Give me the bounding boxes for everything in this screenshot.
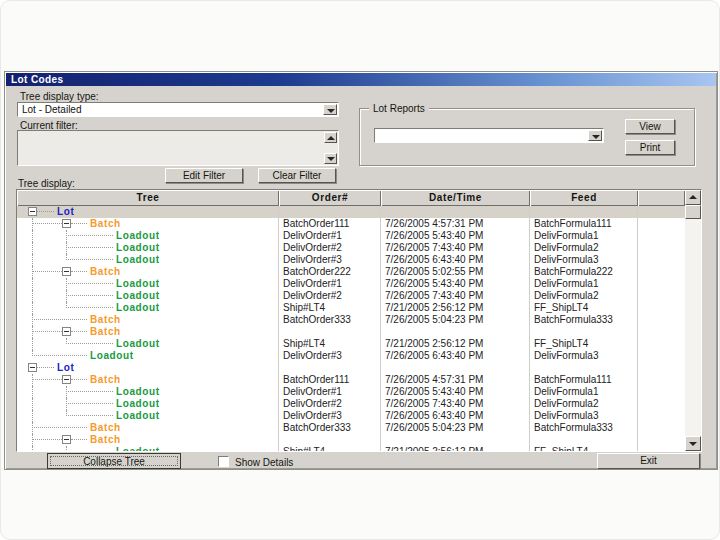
datetime-cell xyxy=(381,434,530,446)
tree-node-cell: LoadoutLT3 xyxy=(17,254,279,266)
collapse-node-icon[interactable] xyxy=(28,363,37,372)
tree-node-label: Batch444 xyxy=(90,434,121,446)
tree-row[interactable]: LotCC1 xyxy=(17,206,685,218)
tree-node-cell: Batch111 xyxy=(17,218,279,230)
order-cell xyxy=(279,362,381,374)
tree-node-label: Batch444 xyxy=(90,326,121,338)
tree-display-type-label: Tree display type: xyxy=(20,91,99,102)
datetime-cell: 7/26/2005 5:04:23 PM xyxy=(381,314,530,326)
tree-row[interactable]: Batch111BatchOrder1117/26/2005 4:57:31 P… xyxy=(17,218,685,230)
tree-node-label: LoadoutLT3 xyxy=(90,350,134,362)
filler-cell xyxy=(638,230,685,242)
datetime-cell: 7/26/2005 7:43:40 PM xyxy=(381,242,530,254)
collapse-node-icon[interactable] xyxy=(62,435,71,444)
edit-filter-button[interactable]: Edit Filter xyxy=(165,168,243,183)
datetime-cell: 7/26/2005 4:57:31 PM xyxy=(381,374,530,386)
filler-cell xyxy=(638,446,685,451)
tree-row[interactable]: LoadoutLT2DelivOrder#27/26/2005 7:43:40 … xyxy=(17,290,685,302)
tree-node-cell: LoadoutLT1 xyxy=(17,230,279,242)
tree-row[interactable]: Batch333BatchOrder3337/26/2005 5:04:23 P… xyxy=(17,314,685,326)
feed-cell: FF_ShipLT4 xyxy=(530,338,638,350)
collapse-node-icon[interactable] xyxy=(28,207,37,216)
scroll-up-icon[interactable] xyxy=(685,190,701,205)
scroll-down-icon[interactable] xyxy=(324,153,337,164)
column-header-datetime[interactable]: Date/Time xyxy=(381,190,530,206)
column-header-feed[interactable]: Feed xyxy=(530,190,638,206)
tree-node-label: Batch333 xyxy=(90,314,121,326)
order-cell: DelivOrder#2 xyxy=(279,242,381,254)
order-cell: BatchOrder222 xyxy=(279,266,381,278)
tree-row[interactable]: LoadoutLT3DelivOrder#37/26/2005 6:43:40 … xyxy=(17,410,685,422)
feed-cell: FF_ShipLT4 xyxy=(530,302,638,314)
chevron-down-icon[interactable] xyxy=(323,104,337,115)
tree-node-cell: LoadoutLT4 xyxy=(17,302,279,314)
order-cell: DelivOrder#3 xyxy=(279,350,381,362)
filler-cell xyxy=(638,254,685,266)
tree-row[interactable]: Batch444 xyxy=(17,326,685,338)
tree-row[interactable]: LoadoutLT2DelivOrder#27/26/2005 7:43:40 … xyxy=(17,242,685,254)
tree-node-label: LoadoutLT3 xyxy=(116,410,160,422)
datetime-cell: 7/26/2005 7:43:40 PM xyxy=(381,398,530,410)
tree-node-label: LoadoutLT1 xyxy=(116,230,160,242)
tree-row[interactable]: Batch333BatchOrder3337/26/2005 5:04:23 P… xyxy=(17,422,685,434)
clear-filter-button[interactable]: Clear Filter xyxy=(258,168,336,183)
tree-row[interactable]: Batch111BatchOrder1117/26/2005 4:57:31 P… xyxy=(17,374,685,386)
order-cell: BatchOrder111 xyxy=(279,374,381,386)
collapse-tree-button[interactable]: Collapse Tree xyxy=(47,453,181,469)
feed-cell: DelivFormula2 xyxy=(530,242,638,254)
exit-button[interactable]: Exit xyxy=(597,453,700,469)
tree-row[interactable]: LotCC2 xyxy=(17,362,685,374)
collapse-node-icon[interactable] xyxy=(62,267,71,276)
filler-cell xyxy=(638,290,685,302)
view-button[interactable]: View xyxy=(625,119,675,134)
filler-cell xyxy=(638,266,685,278)
datetime-cell: 7/26/2005 4:57:31 PM xyxy=(381,218,530,230)
screenshot-background: Lot Codes Tree display type: Lot - Detai… xyxy=(0,0,720,540)
tree-row[interactable]: Batch444 xyxy=(17,434,685,446)
chevron-down-icon[interactable] xyxy=(588,130,602,141)
filler-cell xyxy=(638,278,685,290)
tree-display-type-value: Lot - Detailed xyxy=(22,104,81,115)
filler-cell xyxy=(638,242,685,254)
scrollbar-thumb[interactable] xyxy=(685,205,701,219)
column-header-tree[interactable]: Tree xyxy=(17,190,279,206)
filler-cell xyxy=(638,386,685,398)
tree-table-scrollbar[interactable] xyxy=(685,190,701,451)
filler-cell xyxy=(638,398,685,410)
feed-cell xyxy=(530,434,638,446)
datetime-cell: 7/26/2005 5:02:55 PM xyxy=(381,266,530,278)
tree-row[interactable]: LoadoutLT4Ship#LT47/21/2005 2:56:12 PMFF… xyxy=(17,338,685,350)
lot-reports-select[interactable] xyxy=(374,128,604,143)
tree-row[interactable]: LoadoutLT1DelivOrder#17/26/2005 5:43:40 … xyxy=(17,278,685,290)
feed-cell xyxy=(530,326,638,338)
tree-display-type-select[interactable]: Lot - Detailed xyxy=(17,102,339,117)
tree-row[interactable]: LoadoutLT3DelivOrder#37/26/2005 6:43:40 … xyxy=(17,254,685,266)
collapse-node-icon[interactable] xyxy=(62,327,71,336)
feed-cell: BatchFormula111 xyxy=(530,218,638,230)
window-titlebar[interactable]: Lot Codes xyxy=(6,73,716,86)
datetime-cell: 7/21/2005 2:56:12 PM xyxy=(381,446,530,451)
order-cell: DelivOrder#2 xyxy=(279,290,381,302)
feed-cell: DelivFormula2 xyxy=(530,290,638,302)
order-cell: DelivOrder#3 xyxy=(279,410,381,422)
current-filter-textbox[interactable] xyxy=(17,130,339,166)
tree-row[interactable]: LoadoutLT1DelivOrder#17/26/2005 5:43:40 … xyxy=(17,386,685,398)
tree-row[interactable]: Batch222BatchOrder2227/26/2005 5:02:55 P… xyxy=(17,266,685,278)
datetime-cell xyxy=(381,362,530,374)
tree-row[interactable]: LoadoutLT2DelivOrder#27/26/2005 7:43:40 … xyxy=(17,398,685,410)
print-button[interactable]: Print xyxy=(625,140,675,155)
tree-row[interactable]: LoadoutLT1DelivOrder#17/26/2005 5:43:40 … xyxy=(17,230,685,242)
feed-cell: DelivFormula2 xyxy=(530,398,638,410)
column-header-order[interactable]: Order# xyxy=(279,190,381,206)
tree-row[interactable]: LoadoutLT3DelivOrder#37/26/2005 6:43:40 … xyxy=(17,350,685,362)
collapse-node-icon[interactable] xyxy=(62,219,71,228)
lot-reports-group-label: Lot Reports xyxy=(369,103,429,114)
tree-row[interactable]: LoadoutLT4Ship#LT47/21/2005 2:56:12 PMFF… xyxy=(17,446,685,451)
scroll-down-icon[interactable] xyxy=(685,436,701,451)
show-details-checkbox[interactable] xyxy=(218,456,229,467)
collapse-node-icon[interactable] xyxy=(62,375,71,384)
tree-node-cell: LoadoutLT3 xyxy=(17,350,279,362)
filler-cell xyxy=(638,422,685,434)
scroll-up-icon[interactable] xyxy=(324,132,337,143)
tree-row[interactable]: LoadoutLT4Ship#LT47/21/2005 2:56:12 PMFF… xyxy=(17,302,685,314)
